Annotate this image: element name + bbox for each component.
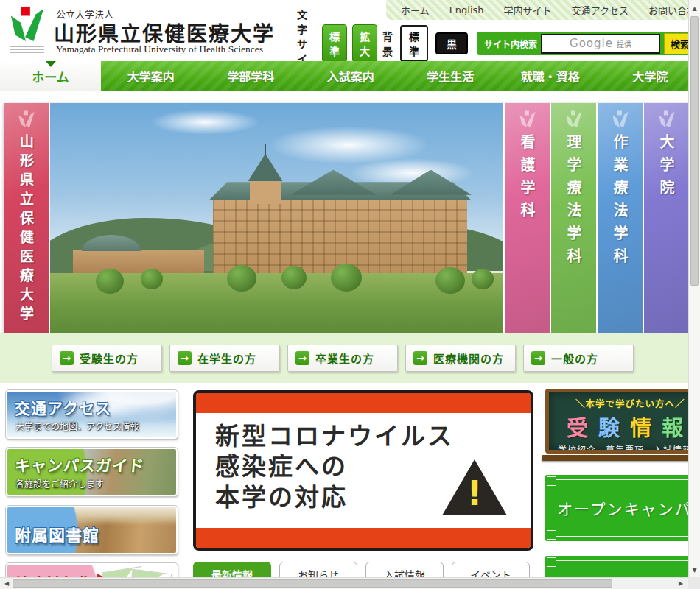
site-search: サイト内検索 Google 提供 検索 <box>477 32 700 55</box>
access-banner-title: 交通アクセス <box>15 396 111 418</box>
sidebar-banner-library[interactable]: 附属図書館 <box>6 506 178 554</box>
background-standard-button[interactable]: 標準 <box>400 25 428 62</box>
hero-banner-nursing-label: 看護学科 <box>517 134 538 225</box>
banner-logo-icon <box>565 110 583 128</box>
horizontal-scrollbar-thumb[interactable] <box>13 579 612 588</box>
sidebar-banner-campus-guide[interactable]: キャンパスガイド 各施設をご紹介します <box>6 448 178 496</box>
utility-link-english[interactable]: English <box>449 4 484 15</box>
tree <box>96 269 124 294</box>
quick-link-alumni[interactable]: → 卒業生の方 <box>287 345 398 372</box>
covid-line2: 感染症への <box>215 451 454 482</box>
logo-caption-lines <box>7 44 47 54</box>
utility-link-contact[interactable]: お問い合わせ <box>648 3 691 17</box>
nav-item-faculties[interactable]: 学部学科 <box>201 61 301 91</box>
sidebar-banner-access[interactable]: 交通アクセス 大学までの地図、アクセス情報 <box>6 390 178 439</box>
arrow-right-icon: → <box>178 351 192 365</box>
hero-banner-occupational-therapy[interactable]: 作業療法学科 <box>598 103 643 333</box>
banner-logo-icon <box>519 110 536 128</box>
scroll-right-icon[interactable]: ▶ <box>675 578 687 589</box>
nav-item-graduate-school[interactable]: 大学院 <box>601 61 700 91</box>
quick-link-label: 一般の方 <box>551 350 598 366</box>
nav-item-admissions[interactable]: 入試案内 <box>301 61 401 91</box>
utility-link-intranet[interactable]: 学内サイト <box>504 3 552 17</box>
exam-info-title: 受 験 情 報 <box>567 411 700 442</box>
tree <box>141 269 163 289</box>
background-black-button[interactable]: 黒 <box>435 32 468 54</box>
hero-banner-university-label: 山形県立保健医療大学 <box>16 134 36 325</box>
page: 公立大学法人 山形県立保健医療大学 Yamagata Prefectural U… <box>0 0 700 589</box>
hero-area: 山形県立保健医療大学 <box>4 103 689 333</box>
exam-title-char: 受 <box>567 411 588 442</box>
quick-link-label: 医療機関の方 <box>433 350 504 366</box>
campus-banner-title: キャンパスガイド <box>14 454 146 476</box>
vertical-scrollbar-thumb[interactable] <box>690 16 699 286</box>
exam-title-char: 験 <box>598 411 620 442</box>
arrow-right-icon: → <box>531 351 545 365</box>
main-content: 交通アクセス 大学までの地図、アクセス情報 キャンパスガイド 各施設をご紹介しま… <box>0 383 700 589</box>
frame-corner-ornament <box>547 530 556 540</box>
campus-photo[interactable] <box>50 103 503 333</box>
warning-exclamation: ! <box>467 476 483 510</box>
frame-corner-ornament <box>547 476 556 486</box>
quick-link-label: 卒業生の方 <box>315 350 374 366</box>
tree <box>227 265 256 292</box>
quick-link-prospective-students[interactable]: → 受験生の方 <box>52 345 162 372</box>
university-name-en: Yamagata Prefectural University of Healt… <box>56 43 263 55</box>
covid-line1: 新型コロナウイルス <box>215 421 454 451</box>
background-label: 背景 <box>382 29 393 58</box>
nav-item-about[interactable]: 大学案内 <box>101 61 201 91</box>
library-banner-title: 附属図書館 <box>15 522 99 546</box>
scroll-left-icon[interactable]: ◀ <box>1 578 13 589</box>
cloud <box>150 110 260 135</box>
scrollbar-corner <box>688 577 700 589</box>
building-tower <box>250 181 281 204</box>
covid-banner-top-bar <box>196 393 531 413</box>
quick-links-band: → 受験生の方 → 在学生の方 → 卒業生の方 → 医療機関の方 → 一般の方 <box>0 333 700 383</box>
scroll-down-icon[interactable]: ▼ <box>689 564 700 576</box>
open-campus-label: オープンキャンパス <box>545 497 700 519</box>
quick-link-current-students[interactable]: → 在学生の方 <box>169 345 280 372</box>
exam-title-char: 情 <box>630 411 651 442</box>
google-watermark-sub: 提供 <box>617 38 631 49</box>
access-banner-subtitle: 大学までの地図、アクセス情報 <box>15 420 139 432</box>
university-name: 山形県立保健医療大学 <box>54 18 275 47</box>
search-input[interactable]: Google 提供 <box>541 34 660 54</box>
site-search-label: サイト内検索 <box>484 38 537 50</box>
vertical-scrollbar[interactable]: ▲ ▼ <box>688 0 700 589</box>
campus-banner-subtitle: 各施設をご紹介します <box>15 477 104 490</box>
covid-notice-banner[interactable]: 新型コロナウイルス 感染症への 本学の対応 ! <box>193 390 533 551</box>
nav-item-careers[interactable]: 就職・資格 <box>500 61 601 91</box>
utility-link-home[interactable]: ホーム <box>401 3 430 17</box>
open-campus-banner[interactable]: オープンキャンパス <box>545 475 700 541</box>
quick-link-general-public[interactable]: → 一般の方 <box>523 345 634 372</box>
frame-corner-ornament <box>547 557 556 567</box>
utility-link-access[interactable]: 交通アクセス <box>572 3 629 17</box>
google-watermark: Google <box>570 37 613 50</box>
quick-link-medical-institutions[interactable]: → 医療機関の方 <box>405 345 516 372</box>
scroll-up-icon[interactable]: ▲ <box>689 2 700 14</box>
tree <box>281 266 307 289</box>
exam-info-menu-line1: 学校紹介 募集要項 入試情報 <box>558 443 700 454</box>
horizontal-scrollbar[interactable]: ◀ ▶ <box>0 577 688 589</box>
font-size-large-button[interactable]: 拡大 <box>352 24 377 63</box>
display-controls: 文字サイズ 標準 拡大 背景 標準 黒 サイト内検索 Google 提供 検索 <box>297 32 700 55</box>
hero-banner-physical-therapy[interactable]: 理学療法学科 <box>551 103 596 333</box>
nav-tab-home[interactable]: ホーム <box>0 61 101 91</box>
hero-banner-university[interactable]: 山形県立保健医療大学 <box>4 103 49 333</box>
quick-link-label: 在学生の方 <box>197 350 256 366</box>
building-spire-finial <box>265 144 266 155</box>
banner-logo-icon <box>612 110 629 128</box>
nav-item-student-life[interactable]: 学生生活 <box>401 61 501 91</box>
font-size-standard-button[interactable]: 標準 <box>322 24 347 63</box>
covid-banner-text: 新型コロナウイルス 感染症への 本学の対応 <box>215 421 454 512</box>
exam-info-banner[interactable]: ＼本学で学びたい方へ／ 受 験 情 報 学校紹介 募集要項 入試情報 過去問 オ… <box>545 389 700 454</box>
arrow-right-icon: → <box>413 351 427 365</box>
university-logo-icon <box>7 6 47 43</box>
header: 公立大学法人 山形県立保健医療大学 Yamagata Prefectural U… <box>0 0 700 61</box>
arrow-right-icon: → <box>295 351 309 365</box>
hero-banner-graduate-school[interactable]: 大学院 <box>644 103 689 333</box>
exam-title-char: 報 <box>662 411 683 442</box>
hero-banner-nursing[interactable]: 看護学科 <box>505 103 550 333</box>
campus-annex-building <box>73 250 204 275</box>
exam-info-tagline: ＼本学で学びたい方へ／ <box>575 396 700 410</box>
